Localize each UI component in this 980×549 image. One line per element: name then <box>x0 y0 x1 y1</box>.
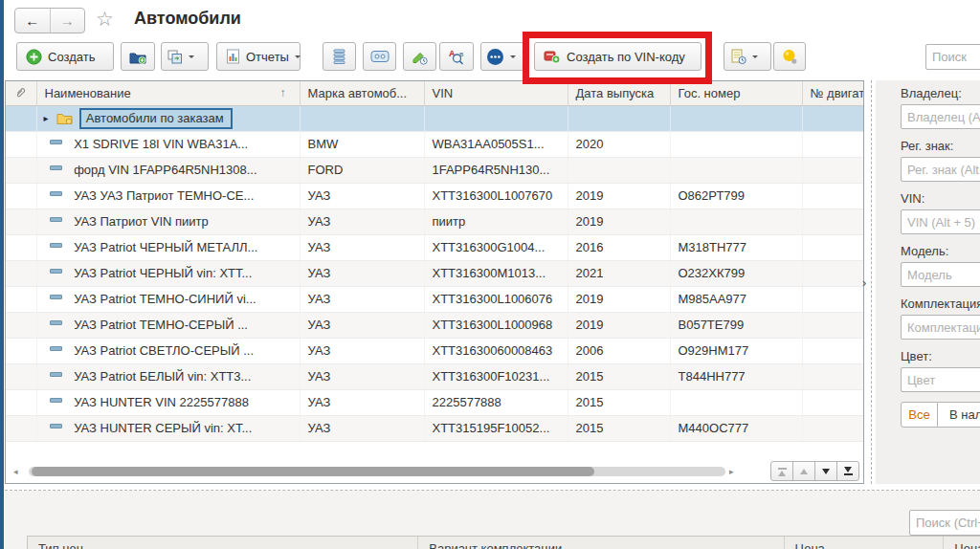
name-column-header[interactable]: Наименование ↑ <box>36 81 300 105</box>
cell-year: 2019 <box>568 209 670 234</box>
plate-column-header[interactable]: Гос. номер <box>670 81 802 105</box>
scroll-left-icon[interactable]: ◂ <box>13 467 18 476</box>
filter-input[interactable] <box>901 157 980 182</box>
item-marker-icon <box>50 424 62 428</box>
cell-attachment <box>6 131 36 157</box>
cell-name: УАЗ Patriot ЧЕРНЫЙ МЕТАЛЛ... <box>36 234 300 260</box>
item-marker-icon <box>50 295 62 299</box>
cell-attachment <box>6 234 36 260</box>
table-row[interactable]: УАЗ Patriot БЕЛЫЙ vin: ХТТ3... УАЗ ХТТ31… <box>6 363 864 389</box>
edit-history-button[interactable] <box>403 42 436 71</box>
attachment-column-header[interactable] <box>6 81 36 105</box>
cell-vin: ХТТ316300L1000968 <box>424 312 568 338</box>
find-button[interactable]: Ав <box>439 42 474 71</box>
table-row[interactable]: X1 SDRIVE 18I VIN WBA31A... BMW WBA31AA0… <box>6 131 864 157</box>
table-row[interactable]: УАЗ Patriot СВЕТЛО-СЕРЫЙ ... УАЗ ХТТ3163… <box>6 338 864 363</box>
brand-column-header[interactable]: Марка автомоб... <box>300 81 424 105</box>
scroll-right-icon[interactable]: ▸ <box>729 467 734 476</box>
price-column-header[interactable]: Тип цен <box>28 537 418 549</box>
vin-card-plus-icon <box>544 50 561 64</box>
table-row[interactable]: УАЗ УАЗ Патриот ТЕМНО-СЕ... УАЗ ХТТ31630… <box>6 183 864 209</box>
back-button[interactable]: ← <box>15 9 51 33</box>
table-row[interactable]: УАЗ Patriot ЧЕРНЫЙ МЕТАЛЛ... УАЗ ХТТ3163… <box>6 234 864 260</box>
filter-all-button[interactable]: Все <box>901 402 938 428</box>
cell-brand: BMW <box>300 131 424 157</box>
cell-plate: М318ТН777 <box>670 234 802 260</box>
create-button[interactable]: Создать <box>16 42 114 71</box>
car-name: УАЗ Patriot БЕЛЫЙ vin: ХТТ3... <box>74 369 251 384</box>
cell-engine <box>802 389 864 415</box>
cell-brand: УАЗ <box>300 260 424 286</box>
cell-name: УАЗ Патриот VIN пиитр <box>36 209 300 234</box>
go-to-top-button[interactable] <box>770 461 793 481</box>
list-navigation-buttons <box>770 461 859 481</box>
vin-column-header[interactable]: VIN <box>424 81 568 105</box>
cell-plate: Т844НН777 <box>670 363 802 389</box>
reports-button[interactable]: Отчеты <box>216 42 301 71</box>
item-marker-icon <box>50 217 62 222</box>
filter-in-stock-button[interactable]: В наличии <box>938 402 980 428</box>
filter-input[interactable] <box>901 209 980 234</box>
search-input[interactable] <box>925 44 980 70</box>
price-column-header[interactable]: Вариант комплектации <box>418 537 784 549</box>
filter-input[interactable] <box>901 104 980 129</box>
more-actions-button[interactable] <box>480 42 524 71</box>
table-row[interactable]: УАЗ HUNTER VIN 2225577888 УАЗ 2225577888… <box>6 389 864 415</box>
create-copy-button[interactable] <box>161 42 209 71</box>
favorite-star-icon[interactable]: ☆ <box>96 8 114 31</box>
more-icon <box>486 48 504 66</box>
engine-column-header[interactable]: № двигателя <box>802 81 864 105</box>
cell-brand: УАЗ <box>300 415 424 441</box>
filter-label: Рег. знак: <box>901 139 980 153</box>
scrollbar-thumb[interactable] <box>32 467 594 476</box>
cell-attachment <box>6 260 36 286</box>
filter-panel: Владелец: Рег. знак: VIN: Модель: Компле… <box>876 80 980 484</box>
registers-button[interactable] <box>363 42 396 71</box>
price-column-header[interactable]: Цена <box>785 537 945 549</box>
cell-engine <box>802 260 864 286</box>
cell-vin <box>424 105 568 131</box>
stock-filter-group: Все В наличии <box>901 402 980 428</box>
panel-collapse-icon[interactable]: › <box>862 275 866 290</box>
forward-button[interactable]: → <box>51 9 85 33</box>
create-group-button[interactable] <box>121 42 155 71</box>
window-edge <box>0 0 4 549</box>
table-row[interactable]: УАЗ Патриот VIN пиитр УАЗ пиитр 2019 <box>6 209 864 234</box>
car-name: УАЗ Патриот VIN пиитр <box>74 214 209 229</box>
prices-search-input[interactable] <box>909 510 980 536</box>
cell-attachment <box>6 105 36 131</box>
cell-engine <box>802 312 864 338</box>
cell-name: УАЗ HUNTER VIN 2225577888 <box>36 389 300 415</box>
filter-input[interactable] <box>901 367 980 392</box>
document-history-button[interactable] <box>724 42 771 71</box>
go-down-button[interactable] <box>814 461 837 481</box>
cell-engine <box>802 157 864 183</box>
expand-arrow-icon[interactable]: ▸ <box>44 113 49 123</box>
go-up-button[interactable] <box>792 461 815 481</box>
panel-splitter[interactable] <box>871 80 872 484</box>
filter-input[interactable] <box>901 262 980 287</box>
cell-year <box>568 157 670 183</box>
year-column-header[interactable]: Дата выпуска <box>568 81 670 105</box>
table-row[interactable]: УАЗ HUNTER СЕРЫЙ vin: ХТ... УАЗ ХТТ31519… <box>6 415 864 441</box>
cell-attachment <box>6 157 36 183</box>
scrollbar-track[interactable] <box>29 467 725 476</box>
table-row[interactable]: УАЗ Patriot ТЕМНО-СИНИЙ vi... УАЗ ХТТ316… <box>6 286 864 312</box>
table-row[interactable]: УАЗ Patriot ЧЕРНЫЙ vin: ХТТ... УАЗ ХТТ31… <box>6 260 864 286</box>
cell-plate <box>670 157 802 183</box>
table-row[interactable]: УАЗ Patriot ТЕМНО-СЕРЫЙ ... УАЗ ХТТ31630… <box>6 312 864 338</box>
cell-name: ▸ Автомобили по заказам <box>36 105 300 131</box>
table-row[interactable]: форд VIN 1FAPP64R5NH1308... FORD 1FAPP64… <box>6 157 864 183</box>
cell-attachment <box>6 363 36 389</box>
copy-icon <box>167 50 183 64</box>
create-by-vin-button[interactable]: Создать по VIN-коду <box>534 42 702 71</box>
table-row[interactable]: ▸ Автомобили по заказам <box>6 105 864 131</box>
price-column-header[interactable]: Цена р <box>944 537 980 549</box>
car-name: УАЗ Patriot ТЕМНО-СИНИЙ vi... <box>74 292 256 306</box>
cell-engine <box>802 286 864 312</box>
list-view-button[interactable] <box>323 42 356 71</box>
go-to-bottom-button[interactable] <box>836 461 859 481</box>
cell-year: 2015 <box>568 415 670 441</box>
ideas-button[interactable] <box>773 42 806 71</box>
filter-input[interactable] <box>901 315 980 340</box>
